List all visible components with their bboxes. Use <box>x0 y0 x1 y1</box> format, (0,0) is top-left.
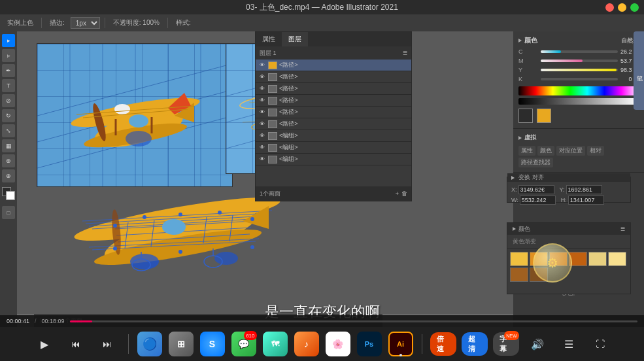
messages-icon[interactable]: 💬 610 <box>231 331 257 357</box>
virtual-tool-3[interactable]: 对应位置 <box>556 146 585 156</box>
layer-thumbnail <box>268 61 277 69</box>
w-input[interactable] <box>520 196 556 205</box>
sep2 <box>105 18 105 28</box>
color-preview[interactable] <box>537 109 551 123</box>
speed-btn[interactable]: 倍速 <box>430 331 456 357</box>
volume-btn[interactable]: 🔊 <box>524 331 551 357</box>
x-input[interactable] <box>518 185 554 194</box>
illustrator-icon[interactable]: Ai <box>388 331 414 357</box>
layer-row[interactable]: 👁 <路径> <box>256 71 411 83</box>
layer-visibility-icon[interactable]: 👁 <box>258 109 266 116</box>
svg-point-68 <box>143 215 146 219</box>
layer-visibility-icon[interactable]: 👁 <box>258 97 266 105</box>
tool-label[interactable]: 实例上色 <box>4 17 37 29</box>
video-controls-bar[interactable]: 00:00:41 / 00:18:09 <box>0 315 644 327</box>
layer-row[interactable]: 👁 <路径> <box>256 95 411 107</box>
color-panel-header[interactable]: 颜色 自然光 <box>513 34 644 47</box>
tab-layers[interactable]: 图层 <box>282 32 308 46</box>
hd-btn[interactable]: 超清 <box>462 331 488 357</box>
add-layer-btn[interactable]: + <box>396 190 399 197</box>
fullscreen-btn[interactable]: ⛶ <box>587 331 613 357</box>
fullscreen-icon: ⛶ <box>596 339 605 349</box>
opacity-label: 不透明度: 100% <box>110 17 163 29</box>
layers-options-icon[interactable]: ☰ <box>403 50 407 56</box>
svg-point-71 <box>250 217 254 221</box>
layer-visibility-icon[interactable]: 👁 <box>258 61 266 69</box>
color-spectrum[interactable] <box>518 86 639 95</box>
layer-row[interactable]: 👁 <编组> <box>256 130 411 142</box>
minimize-button[interactable] <box>618 3 626 12</box>
swatch-5[interactable] <box>588 252 607 266</box>
direct-select-tool[interactable]: ▹ <box>2 49 15 62</box>
virtual-tool-2[interactable]: 颜色 <box>537 146 554 156</box>
layer-name: <路径> <box>279 61 409 69</box>
swatch-6[interactable] <box>608 252 626 266</box>
layer-visibility-icon[interactable]: 👁 <box>258 85 266 93</box>
maximize-button[interactable] <box>630 3 639 12</box>
layer-visibility-icon[interactable]: 👁 <box>258 73 266 81</box>
cc-btn[interactable]: 字幕 NEW <box>493 331 519 357</box>
svg-point-72 <box>113 247 117 250</box>
background-color[interactable] <box>6 191 15 200</box>
virtual-tool-1[interactable]: 属性 <box>518 146 535 156</box>
slider-c: C 26.2 % <box>513 47 644 56</box>
type-tool[interactable]: T <box>2 79 15 92</box>
prev-btn[interactable]: ⏮ <box>63 331 89 357</box>
swatch-7[interactable] <box>510 267 528 282</box>
playlist-btn[interactable]: ☰ <box>556 331 582 357</box>
c-fill <box>541 50 561 53</box>
screen-mode-tool[interactable]: □ <box>2 206 15 219</box>
brush-tool[interactable]: ⊘ <box>2 94 15 107</box>
pen-tool[interactable]: ✒ <box>2 64 15 77</box>
virtual-tool-4[interactable]: 相对 <box>587 146 604 156</box>
maps-icon[interactable]: 🗺 <box>262 331 288 357</box>
layer-visibility-icon[interactable]: 👁 <box>258 132 266 140</box>
zoom-tool[interactable]: ⊕ <box>2 169 15 182</box>
next-btn[interactable]: ⏭ <box>94 331 120 357</box>
layer-visibility-icon[interactable]: 👁 <box>258 120 266 128</box>
progress-bar[interactable] <box>70 320 637 322</box>
fg-swatch[interactable] <box>518 109 533 123</box>
layer-row[interactable]: 👁 <路径> <box>256 60 411 71</box>
rotate-tool[interactable]: ↻ <box>2 109 15 122</box>
h-input[interactable] <box>568 196 604 205</box>
k-slider[interactable] <box>541 78 618 80</box>
play-pause-btn[interactable]: ▶ <box>31 331 58 357</box>
layer-row[interactable]: 👁 <编组> <box>256 142 411 154</box>
launchpad-icon[interactable]: ⊞ <box>168 331 194 357</box>
virtual-panel-header[interactable]: 虚拟 <box>513 131 644 144</box>
c-slider[interactable] <box>541 50 618 53</box>
y-input[interactable] <box>566 185 602 194</box>
color-swatch[interactable] <box>2 187 15 200</box>
color-panel-label: 颜色 <box>524 36 537 45</box>
m-slider[interactable] <box>541 60 618 62</box>
scale-tool[interactable]: ⤡ <box>2 124 15 137</box>
stroke-select[interactable]: 1px2px <box>71 17 100 29</box>
swatch-1[interactable] <box>510 252 528 266</box>
swatches-options[interactable]: ☰ <box>620 226 625 232</box>
layer-thumbnail <box>268 109 277 116</box>
finder-icon[interactable]: 🔵 <box>137 331 163 357</box>
eyedropper-tool[interactable]: ⊛ <box>2 154 15 167</box>
delete-layer-btn[interactable]: 🗑 <box>401 190 407 197</box>
close-button[interactable] <box>605 3 614 12</box>
virtual-tool-5[interactable]: 路径查找器 <box>518 158 553 167</box>
notebook-panel[interactable]: 笔记 <box>634 31 644 110</box>
layer-visibility-icon[interactable]: 👁 <box>258 144 266 152</box>
safari-icon[interactable]: S <box>199 331 226 357</box>
y-slider[interactable] <box>541 69 618 71</box>
layer-row[interactable]: 👁 <路径> <box>256 83 411 95</box>
layer-row[interactable]: 👁 <编组> <box>256 154 411 165</box>
style-label: 样式: <box>173 17 194 29</box>
photos-icon[interactable]: 🌸 <box>325 331 351 357</box>
select-tool[interactable]: ▸ <box>2 34 15 47</box>
music-icon[interactable]: ♪ <box>294 331 320 357</box>
layer-name: <路径> <box>279 96 409 105</box>
ps-label: Ps <box>365 340 373 348</box>
tab-properties[interactable]: 属性 <box>256 32 282 46</box>
layer-visibility-icon[interactable]: 👁 <box>258 156 266 163</box>
layer-row[interactable]: 👁 <路径> <box>256 107 411 118</box>
layer-row[interactable]: 👁 <路径> <box>256 118 411 130</box>
photoshop-icon[interactable]: Ps <box>356 331 382 357</box>
gradient-tool[interactable]: ▦ <box>2 139 15 152</box>
